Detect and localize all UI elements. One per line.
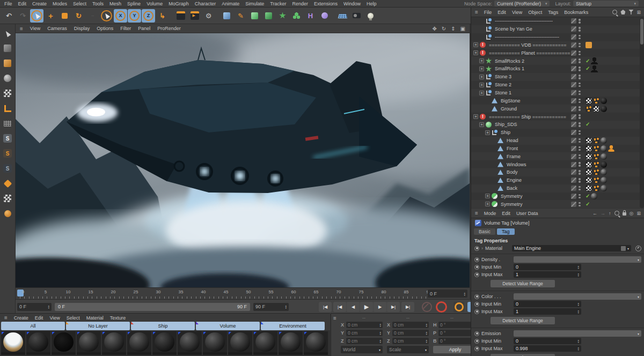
object-row[interactable]: Back	[471, 184, 644, 192]
texture-axis-mode-button[interactable]	[2, 73, 13, 84]
object-row[interactable]: ----------------------------------------	[471, 33, 644, 41]
object-name[interactable]: Stone 3	[495, 74, 511, 79]
coord-space-dropdown[interactable]: World ▾	[341, 346, 383, 353]
editor-toggle-icon[interactable]	[571, 82, 576, 87]
visibility-toggles[interactable]	[571, 114, 581, 120]
chk-tag-icon[interactable]	[586, 145, 592, 152]
visibility-toggles[interactable]	[571, 177, 581, 184]
chk-tag-icon[interactable]	[586, 98, 592, 104]
menu-extensions[interactable]: Extensions	[314, 1, 338, 6]
layer-tab-all[interactable]: All	[1, 322, 65, 330]
object-row[interactable]: +Stone 1	[471, 89, 644, 97]
visibility-dots-icon[interactable]	[579, 185, 581, 191]
sphd-tag-icon[interactable]	[601, 161, 607, 168]
visibility-dots-icon[interactable]	[579, 26, 581, 33]
spline-modifier[interactable]: H	[304, 9, 317, 23]
attribute-menu-edit[interactable]: Edit	[502, 211, 510, 216]
editor-toggle-icon[interactable]	[571, 154, 576, 159]
object-name[interactable]: SmallRocks 1	[495, 66, 524, 71]
editor-toggle-icon[interactable]	[571, 42, 576, 48]
material-thumbnail[interactable]	[26, 331, 50, 355]
check-tag-icon[interactable]: ✓	[586, 202, 590, 207]
object-name[interactable]: BigStone	[501, 98, 521, 103]
stepper-arrows[interactable]: ▴▾	[426, 331, 427, 335]
menu-edit[interactable]: Edit	[18, 1, 27, 6]
chk-tag-icon[interactable]	[593, 106, 599, 112]
menu-volume[interactable]: Volume	[147, 1, 163, 6]
expand-icon[interactable]: +	[473, 50, 478, 55]
coord-value-field[interactable]: 0 cm▴▾	[392, 322, 429, 328]
metaball-generator[interactable]	[318, 9, 331, 23]
object-row[interactable]: BigStone	[471, 97, 644, 105]
menu-modes[interactable]: Modes	[53, 1, 67, 6]
viewport-menu-options[interactable]: Options	[97, 26, 113, 31]
object-name[interactable]: Scene by Yan Ge	[495, 26, 532, 32]
material-thumbnail[interactable]	[253, 331, 277, 355]
object-row[interactable]: +SmallRocks 1✓	[471, 65, 644, 73]
object-name[interactable]: Front	[507, 146, 518, 151]
check-tag-icon[interactable]: ✓	[586, 66, 590, 71]
chk-tag-icon[interactable]	[586, 169, 592, 175]
object-name[interactable]: Symmetry	[501, 202, 523, 207]
keyframe-circle-icon[interactable]	[474, 272, 479, 277]
sphd-tag-icon[interactable]	[601, 98, 607, 104]
keyframe-circle-icon[interactable]	[474, 331, 479, 336]
visibility-dots-icon[interactable]	[579, 201, 581, 207]
object-name[interactable]: =========== Ship ============	[489, 114, 566, 120]
object-row[interactable]: Front	[471, 145, 644, 153]
object-row[interactable]: +Symmetry✓	[471, 200, 644, 208]
visibility-dots-icon[interactable]	[579, 66, 581, 72]
scale-tool[interactable]	[58, 9, 71, 23]
keyframe-circle-icon[interactable]	[474, 309, 479, 314]
model-mode-button[interactable]	[2, 43, 13, 54]
visibility-toggles[interactable]	[571, 145, 581, 152]
visibility-toggles[interactable]	[571, 58, 581, 64]
object-row[interactable]: +Symmetry✓	[471, 192, 644, 201]
visibility-toggles[interactable]	[571, 74, 581, 80]
render-view-button[interactable]	[174, 9, 187, 23]
visibility-toggles[interactable]	[571, 98, 581, 104]
object-name[interactable]: Ship	[501, 130, 510, 135]
viewport-menu-cameras[interactable]: Cameras	[47, 26, 67, 31]
object-name[interactable]: =========== Planet ============	[489, 50, 570, 56]
detect-value-range-button[interactable]: Detect Value Range	[491, 317, 555, 324]
object-name[interactable]: Ship_SDS	[495, 122, 517, 127]
rotate-view-icon[interactable]: ↻	[442, 26, 446, 32]
panel-menu-icon[interactable]: ≡	[475, 9, 478, 15]
object-row[interactable]: Ground	[471, 105, 644, 113]
visibility-toggles[interactable]	[571, 81, 581, 88]
panel-menu-icon[interactable]: ≡	[475, 210, 478, 216]
dots-tag-icon[interactable]	[593, 153, 599, 160]
stepper-arrows[interactable]: ▴▾	[577, 309, 579, 314]
search-icon[interactable]	[614, 211, 619, 216]
expand-icon[interactable]: +	[473, 42, 478, 47]
stepper-arrows[interactable]: ▴▾	[379, 339, 381, 343]
end-frame-field[interactable]: 90 F ▴▾	[253, 303, 289, 311]
keyframe-circle-icon[interactable]	[474, 346, 479, 351]
editor-toggle-icon[interactable]	[571, 138, 576, 143]
expand-icon[interactable]: +	[479, 122, 484, 127]
dots-tag-icon[interactable]	[593, 145, 599, 152]
material-thumbnail[interactable]	[279, 331, 303, 355]
node-space-dropdown[interactable]: Current (ProRender) ▾	[494, 1, 550, 6]
sph-tag-icon[interactable]	[601, 153, 607, 160]
menu-help[interactable]: Help	[367, 1, 377, 6]
target-icon[interactable]: ◎	[630, 211, 634, 216]
camera-object[interactable]	[350, 9, 363, 23]
object-name[interactable]: Stone 1	[495, 90, 511, 95]
dots-tag-icon[interactable]	[593, 98, 599, 104]
keyframe-circle-icon[interactable]	[474, 257, 479, 262]
magnet-snap-button[interactable]	[2, 178, 13, 189]
scrollbar-thumb[interactable]	[640, 19, 643, 44]
param-gradient-dropdown[interactable]: ▾	[514, 256, 641, 263]
coord-value-field[interactable]: 0 °▴▾	[438, 322, 475, 328]
visibility-toggles[interactable]	[571, 66, 581, 72]
value-field[interactable]: 1▴▾	[514, 308, 581, 315]
object-name[interactable]: Head	[507, 138, 518, 143]
layer-tab-volume[interactable]: Volume	[196, 322, 260, 330]
render-picture-viewer-button[interactable]	[188, 9, 201, 23]
keyframe-circle-icon[interactable]	[474, 265, 479, 270]
sph-tag-icon[interactable]	[601, 177, 607, 183]
visibility-dots-icon[interactable]	[579, 193, 581, 199]
autokey-button[interactable]	[453, 302, 464, 312]
